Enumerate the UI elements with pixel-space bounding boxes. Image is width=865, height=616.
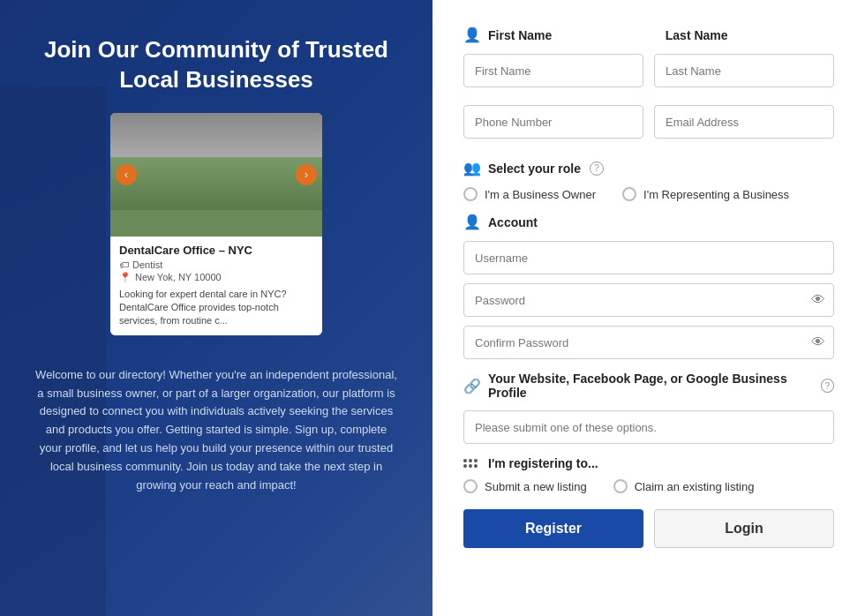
email-group: [654, 105, 834, 139]
last-name-label: Last Name: [666, 28, 728, 42]
room-wall: [110, 157, 322, 210]
website-help-icon[interactable]: ?: [821, 379, 834, 393]
account-section-header: 👤 Account: [463, 214, 834, 230]
phone-group: [463, 105, 643, 139]
role-owner-radio[interactable]: [463, 187, 478, 201]
registering-section-header: I'm registering to...: [463, 456, 834, 470]
room-floor: [110, 210, 322, 237]
role-help-icon[interactable]: ?: [590, 162, 604, 176]
role-owner-label: I'm a Business Owner: [485, 188, 596, 201]
role-icon: 👥: [463, 160, 481, 177]
confirm-password-eye-icon[interactable]: 👁: [811, 334, 825, 350]
website-input[interactable]: [463, 410, 834, 444]
left-description: Welcome to our directory! Whether you're…: [35, 366, 397, 495]
password-group: 👁: [463, 283, 834, 317]
first-name-input[interactable]: [463, 54, 643, 87]
registration-form: 👤 First Name Last Name 👥 Select your rol…: [432, 0, 865, 616]
password-input[interactable]: [463, 283, 834, 317]
confirm-password-group: 👁: [463, 326, 834, 359]
role-representing-radio[interactable]: [622, 187, 636, 201]
role-section-label: Select your role: [488, 162, 581, 176]
business-name: DentalCare Office – NYC: [119, 244, 313, 257]
business-address: 📍 New Yok, NY 10000: [119, 272, 313, 283]
business-carousel: ‹ › DentalCare Office – NYC 🏷 Dentist 📍 …: [110, 113, 322, 335]
email-input[interactable]: [654, 105, 834, 139]
website-section-header: 🔗 Your Website, Facebook Page, or Google…: [463, 372, 834, 400]
registering-section-label: I'm registering to...: [488, 456, 598, 470]
registering-claim-listing-option[interactable]: Claim an existing listing: [613, 479, 755, 493]
register-button[interactable]: Register: [463, 509, 643, 548]
new-listing-radio[interactable]: [463, 479, 478, 493]
role-representing-option[interactable]: I'm Representing a Business: [622, 187, 789, 201]
registering-new-listing-option[interactable]: Submit a new listing: [463, 479, 587, 493]
action-buttons: Register Login: [463, 509, 834, 548]
name-row: [463, 54, 834, 96]
confirm-password-input[interactable]: [463, 326, 834, 359]
business-description: Looking for expert dental care in NYC? D…: [119, 288, 313, 328]
role-owner-option[interactable]: I'm a Business Owner: [463, 187, 596, 201]
claim-listing-label: Claim an existing listing: [635, 480, 755, 493]
registering-radio-group: Submit a new listing Claim an existing l…: [463, 479, 834, 493]
last-name-input[interactable]: [654, 54, 834, 87]
login-button[interactable]: Login: [654, 509, 834, 548]
bookmark-icon: 🏷: [119, 259, 129, 270]
carousel-info: DentalCare Office – NYC 🏷 Dentist 📍 New …: [110, 237, 322, 335]
last-name-group: [654, 54, 834, 87]
left-panel: Join Our Community of Trusted Local Busi…: [0, 0, 432, 616]
account-section-label: Account: [488, 215, 538, 229]
name-section-header: 👤 First Name Last Name: [463, 26, 834, 43]
role-radio-group: I'm a Business Owner I'm Representing a …: [463, 187, 834, 201]
first-name-label: First Name: [488, 28, 552, 42]
account-icon: 👤: [463, 214, 481, 230]
business-category: 🏷 Dentist: [119, 259, 313, 270]
room-ceiling: [110, 113, 322, 157]
carousel-prev-button[interactable]: ‹: [116, 164, 137, 185]
carousel-next-button[interactable]: ›: [296, 164, 317, 185]
password-eye-icon[interactable]: 👁: [811, 292, 825, 308]
link-icon: 🔗: [463, 378, 481, 394]
username-input[interactable]: [463, 241, 834, 274]
new-listing-label: Submit a new listing: [485, 480, 587, 493]
role-section-header: 👥 Select your role ?: [463, 160, 834, 177]
location-icon: 📍: [119, 272, 132, 283]
first-name-group: [463, 54, 643, 87]
dots-icon: [463, 459, 478, 468]
contact-row: [463, 105, 834, 147]
website-section-label: Your Website, Facebook Page, or Google B…: [488, 372, 812, 400]
person-icon: 👤: [463, 26, 481, 43]
username-group: [463, 241, 834, 274]
page-title: Join Our Community of Trusted Local Busi…: [35, 35, 397, 95]
claim-listing-radio[interactable]: [613, 479, 628, 493]
website-group: [463, 410, 834, 444]
role-representing-label: I'm Representing a Business: [643, 188, 789, 201]
phone-input[interactable]: [463, 105, 643, 139]
carousel-image: ‹ ›: [110, 113, 322, 237]
